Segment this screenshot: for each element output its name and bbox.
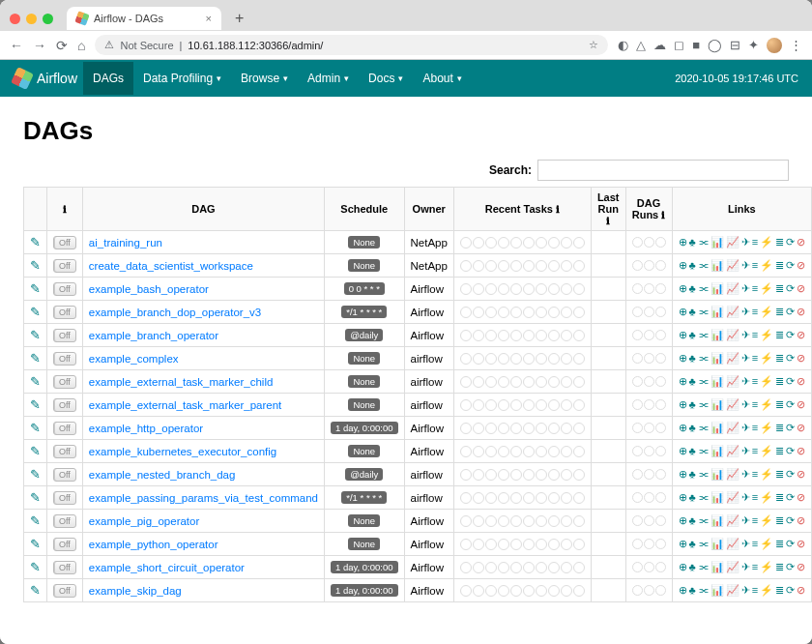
refresh-icon[interactable]: ⟳ <box>786 446 795 456</box>
graph-icon[interactable]: ⫘ <box>698 515 709 526</box>
schedule-chip[interactable]: None <box>348 352 380 365</box>
gantt-icon[interactable]: ≡ <box>752 283 758 294</box>
tree-icon[interactable]: ♣ <box>689 399 696 410</box>
gantt-icon[interactable]: ≡ <box>752 515 758 526</box>
landing-icon[interactable]: ✈ <box>741 446 750 456</box>
logs-icon[interactable]: ≣ <box>775 399 784 410</box>
duration-icon[interactable]: 📊 <box>710 330 724 340</box>
graph-icon[interactable]: ⫘ <box>698 307 709 317</box>
schedule-chip[interactable]: None <box>348 538 380 550</box>
delete-icon[interactable]: ⊘ <box>797 307 805 317</box>
edit-dag-icon[interactable]: ✎ <box>30 513 41 528</box>
logs-icon[interactable]: ≣ <box>775 539 784 549</box>
duration-icon[interactable]: 📊 <box>710 539 724 549</box>
trigger-icon[interactable]: ⊕ <box>679 423 687 433</box>
extension-icon[interactable]: ◐ <box>618 38 628 52</box>
schedule-chip[interactable]: 1 day, 0:00:00 <box>331 561 398 573</box>
edit-dag-icon[interactable]: ✎ <box>30 258 41 273</box>
code-icon[interactable]: ⚡ <box>760 260 773 271</box>
duration-icon[interactable]: 📊 <box>710 585 724 596</box>
new-tab-button[interactable]: + <box>227 6 251 31</box>
extension-icon[interactable]: ◻ <box>674 38 684 52</box>
landing-icon[interactable]: ✈ <box>741 469 750 480</box>
delete-icon[interactable]: ⊘ <box>797 446 805 456</box>
code-icon[interactable]: ⚡ <box>760 585 773 596</box>
gantt-icon[interactable]: ≡ <box>752 353 758 364</box>
dag-name-link[interactable]: example_pig_operator <box>89 515 199 527</box>
duration-icon[interactable]: 📊 <box>710 399 724 410</box>
landing-icon[interactable]: ✈ <box>741 307 750 317</box>
edit-dag-icon[interactable]: ✎ <box>30 490 41 505</box>
code-icon[interactable]: ⚡ <box>760 353 773 364</box>
chrome-menu-icon[interactable]: ⋮ <box>790 38 802 52</box>
logs-icon[interactable]: ≣ <box>775 376 784 387</box>
dag-pause-toggle[interactable]: Off <box>53 236 76 249</box>
nav-item-admin[interactable]: Admin▾ <box>298 62 359 95</box>
schedule-chip[interactable]: */1 * * * * <box>341 491 387 504</box>
landing-icon[interactable]: ✈ <box>741 237 750 248</box>
graph-icon[interactable]: ⫘ <box>698 562 709 572</box>
refresh-icon[interactable]: ⟳ <box>786 585 795 596</box>
logs-icon[interactable]: ≣ <box>775 237 784 248</box>
nav-item-data-profiling[interactable]: Data Profiling▾ <box>133 62 231 95</box>
delete-icon[interactable]: ⊘ <box>797 260 805 271</box>
logs-icon[interactable]: ≣ <box>775 353 784 364</box>
landing-icon[interactable]: ✈ <box>741 260 750 271</box>
gantt-icon[interactable]: ≡ <box>752 562 758 572</box>
delete-icon[interactable]: ⊘ <box>797 353 805 364</box>
dag-pause-toggle[interactable]: Off <box>53 491 76 505</box>
close-tab-icon[interactable]: × <box>206 13 212 24</box>
trigger-icon[interactable]: ⊕ <box>679 446 687 456</box>
duration-icon[interactable]: 📊 <box>710 307 724 317</box>
edit-dag-icon[interactable]: ✎ <box>30 397 41 412</box>
graph-icon[interactable]: ⫘ <box>698 260 709 271</box>
tries-icon[interactable]: 📈 <box>726 539 740 549</box>
refresh-icon[interactable]: ⟳ <box>786 423 795 433</box>
code-icon[interactable]: ⚡ <box>760 307 773 317</box>
code-icon[interactable]: ⚡ <box>760 237 773 248</box>
duration-icon[interactable]: 📊 <box>710 237 724 248</box>
graph-icon[interactable]: ⫘ <box>698 423 709 433</box>
delete-icon[interactable]: ⊘ <box>797 469 805 480</box>
dag-name-link[interactable]: example_http_operator <box>89 423 203 434</box>
duration-icon[interactable]: 📊 <box>710 492 724 503</box>
gantt-icon[interactable]: ≡ <box>752 399 758 410</box>
graph-icon[interactable]: ⫘ <box>698 539 709 549</box>
code-icon[interactable]: ⚡ <box>760 562 773 572</box>
profile-avatar[interactable] <box>767 38 782 53</box>
landing-icon[interactable]: ✈ <box>741 330 750 340</box>
code-icon[interactable]: ⚡ <box>760 330 773 340</box>
refresh-icon[interactable]: ⟳ <box>786 539 795 549</box>
tree-icon[interactable]: ♣ <box>689 307 696 317</box>
graph-icon[interactable]: ⫘ <box>698 492 709 503</box>
tree-icon[interactable]: ♣ <box>689 539 696 549</box>
schedule-chip[interactable]: */1 * * * * <box>341 306 387 318</box>
tries-icon[interactable]: 📈 <box>726 283 740 294</box>
tree-icon[interactable]: ♣ <box>689 283 696 294</box>
tries-icon[interactable]: 📈 <box>726 469 740 480</box>
logs-icon[interactable]: ≣ <box>775 515 784 526</box>
gantt-icon[interactable]: ≡ <box>752 446 758 456</box>
schedule-chip[interactable]: 1 day, 0:00:00 <box>331 422 398 434</box>
dag-name-link[interactable]: ai_training_run <box>89 237 162 249</box>
code-icon[interactable]: ⚡ <box>760 515 773 526</box>
schedule-chip[interactable]: @daily <box>345 468 383 481</box>
extension-icon[interactable]: ☁ <box>653 38 666 52</box>
code-icon[interactable]: ⚡ <box>760 539 773 549</box>
extension-icon[interactable]: ◯ <box>708 38 722 52</box>
code-icon[interactable]: ⚡ <box>760 469 773 480</box>
refresh-icon[interactable]: ⟳ <box>786 562 795 572</box>
tries-icon[interactable]: 📈 <box>726 237 740 248</box>
tries-icon[interactable]: 📈 <box>726 562 740 572</box>
dag-name-link[interactable]: example_branch_dop_operator_v3 <box>89 307 261 318</box>
tree-icon[interactable]: ♣ <box>689 423 696 433</box>
trigger-icon[interactable]: ⊕ <box>679 399 687 410</box>
search-input[interactable] <box>537 160 789 181</box>
maximize-window-button[interactable] <box>43 14 53 24</box>
edit-dag-icon[interactable]: ✎ <box>30 421 41 435</box>
dag-pause-toggle[interactable]: Off <box>53 329 76 342</box>
tries-icon[interactable]: 📈 <box>726 492 740 503</box>
dag-pause-toggle[interactable]: Off <box>53 561 76 574</box>
code-icon[interactable]: ⚡ <box>760 376 773 387</box>
extension-icon[interactable]: ■ <box>692 38 700 52</box>
